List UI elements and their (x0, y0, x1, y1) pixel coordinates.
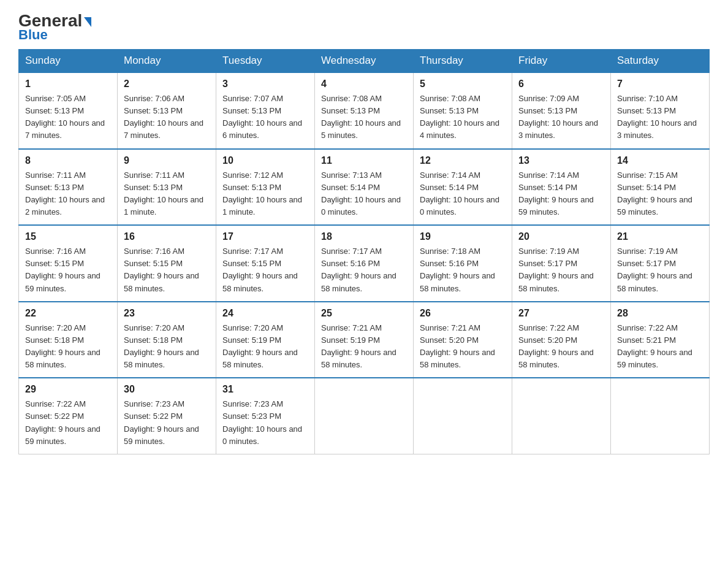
day-info: Sunrise: 7:16 AMSunset: 5:15 PMDaylight:… (25, 245, 111, 295)
day-info: Sunrise: 7:13 AMSunset: 5:14 PMDaylight:… (321, 169, 407, 219)
day-info: Sunrise: 7:06 AMSunset: 5:13 PMDaylight:… (124, 93, 210, 142)
calendar-cell: 9 Sunrise: 7:11 AMSunset: 5:13 PMDayligh… (118, 149, 216, 226)
day-number: 24 (222, 306, 308, 321)
logo: General Blue (18, 12, 91, 43)
calendar-cell: 11 Sunrise: 7:13 AMSunset: 5:14 PMDaylig… (315, 149, 414, 226)
day-info: Sunrise: 7:21 AMSunset: 5:19 PMDaylight:… (321, 322, 407, 372)
day-info: Sunrise: 7:15 AMSunset: 5:14 PMDaylight:… (617, 169, 703, 219)
calendar-cell: 10 Sunrise: 7:12 AMSunset: 5:13 PMDaylig… (216, 149, 315, 226)
day-info: Sunrise: 7:08 AMSunset: 5:13 PMDaylight:… (420, 93, 506, 142)
calendar-cell (414, 378, 512, 454)
day-number: 4 (321, 77, 407, 91)
day-number: 31 (222, 382, 308, 397)
calendar-cell: 22 Sunrise: 7:20 AMSunset: 5:18 PMDaylig… (19, 302, 118, 378)
day-number: 20 (518, 229, 604, 244)
calendar-cell: 12 Sunrise: 7:14 AMSunset: 5:14 PMDaylig… (414, 149, 512, 226)
day-number: 19 (420, 229, 506, 244)
day-info: Sunrise: 7:20 AMSunset: 5:18 PMDaylight:… (124, 322, 210, 372)
day-info: Sunrise: 7:11 AMSunset: 5:13 PMDaylight:… (124, 169, 210, 219)
col-header-tuesday: Tuesday (216, 50, 315, 73)
day-info: Sunrise: 7:10 AMSunset: 5:13 PMDaylight:… (617, 93, 703, 142)
calendar-cell: 23 Sunrise: 7:20 AMSunset: 5:18 PMDaylig… (118, 302, 216, 378)
col-header-wednesday: Wednesday (315, 50, 414, 73)
calendar-week-1: 1 Sunrise: 7:05 AMSunset: 5:13 PMDayligh… (19, 72, 710, 149)
calendar-cell: 30 Sunrise: 7:23 AMSunset: 5:22 PMDaylig… (118, 378, 216, 454)
day-number: 5 (420, 77, 506, 91)
day-info: Sunrise: 7:16 AMSunset: 5:15 PMDaylight:… (124, 245, 210, 295)
calendar-cell: 18 Sunrise: 7:17 AMSunset: 5:16 PMDaylig… (315, 225, 414, 302)
day-info: Sunrise: 7:11 AMSunset: 5:13 PMDaylight:… (25, 169, 111, 219)
day-info: Sunrise: 7:07 AMSunset: 5:13 PMDaylight:… (222, 93, 308, 142)
day-number: 15 (25, 229, 111, 244)
day-info: Sunrise: 7:22 AMSunset: 5:21 PMDaylight:… (617, 322, 703, 372)
calendar-cell: 29 Sunrise: 7:22 AMSunset: 5:22 PMDaylig… (19, 378, 118, 454)
day-number: 26 (420, 306, 506, 321)
calendar-cell: 31 Sunrise: 7:23 AMSunset: 5:23 PMDaylig… (216, 378, 315, 454)
logo-blue-text: Blue (18, 27, 48, 43)
page-header: General Blue (18, 12, 710, 43)
calendar-cell: 2 Sunrise: 7:06 AMSunset: 5:13 PMDayligh… (118, 72, 216, 149)
calendar-cell (611, 378, 710, 454)
day-info: Sunrise: 7:20 AMSunset: 5:18 PMDaylight:… (25, 322, 111, 372)
calendar-week-4: 22 Sunrise: 7:20 AMSunset: 5:18 PMDaylig… (19, 302, 710, 378)
calendar-cell: 28 Sunrise: 7:22 AMSunset: 5:21 PMDaylig… (611, 302, 710, 378)
day-number: 29 (25, 382, 111, 397)
day-info: Sunrise: 7:22 AMSunset: 5:20 PMDaylight:… (518, 322, 604, 372)
col-header-friday: Friday (512, 50, 611, 73)
calendar-cell: 19 Sunrise: 7:18 AMSunset: 5:16 PMDaylig… (414, 225, 512, 302)
day-info: Sunrise: 7:20 AMSunset: 5:19 PMDaylight:… (222, 322, 308, 372)
calendar-cell: 8 Sunrise: 7:11 AMSunset: 5:13 PMDayligh… (19, 149, 118, 226)
day-number: 21 (617, 229, 703, 244)
day-number: 8 (25, 153, 111, 168)
day-info: Sunrise: 7:19 AMSunset: 5:17 PMDaylight:… (518, 245, 604, 295)
calendar-cell: 3 Sunrise: 7:07 AMSunset: 5:13 PMDayligh… (216, 72, 315, 149)
calendar-cell: 13 Sunrise: 7:14 AMSunset: 5:14 PMDaylig… (512, 149, 611, 226)
col-header-monday: Monday (118, 50, 216, 73)
day-info: Sunrise: 7:18 AMSunset: 5:16 PMDaylight:… (420, 245, 506, 295)
calendar-cell: 4 Sunrise: 7:08 AMSunset: 5:13 PMDayligh… (315, 72, 414, 149)
day-number: 23 (124, 306, 210, 321)
day-number: 6 (518, 77, 604, 91)
calendar-cell: 16 Sunrise: 7:16 AMSunset: 5:15 PMDaylig… (118, 225, 216, 302)
day-number: 12 (420, 153, 506, 168)
day-info: Sunrise: 7:17 AMSunset: 5:15 PMDaylight:… (222, 245, 308, 295)
day-number: 17 (222, 229, 308, 244)
day-number: 14 (617, 153, 703, 168)
day-info: Sunrise: 7:08 AMSunset: 5:13 PMDaylight:… (321, 93, 407, 142)
calendar-week-3: 15 Sunrise: 7:16 AMSunset: 5:15 PMDaylig… (19, 225, 710, 302)
day-number: 18 (321, 229, 407, 244)
day-info: Sunrise: 7:14 AMSunset: 5:14 PMDaylight:… (420, 169, 506, 219)
day-number: 7 (617, 77, 703, 91)
day-number: 10 (222, 153, 308, 168)
calendar-cell: 14 Sunrise: 7:15 AMSunset: 5:14 PMDaylig… (611, 149, 710, 226)
day-info: Sunrise: 7:19 AMSunset: 5:17 PMDaylight:… (617, 245, 703, 295)
day-info: Sunrise: 7:12 AMSunset: 5:13 PMDaylight:… (222, 169, 308, 219)
calendar-cell: 20 Sunrise: 7:19 AMSunset: 5:17 PMDaylig… (512, 225, 611, 302)
calendar-week-2: 8 Sunrise: 7:11 AMSunset: 5:13 PMDayligh… (19, 149, 710, 226)
calendar-cell: 6 Sunrise: 7:09 AMSunset: 5:13 PMDayligh… (512, 72, 611, 149)
calendar-table: SundayMondayTuesdayWednesdayThursdayFrid… (18, 49, 710, 454)
calendar-cell: 7 Sunrise: 7:10 AMSunset: 5:13 PMDayligh… (611, 72, 710, 149)
day-number: 28 (617, 306, 703, 321)
calendar-cell: 27 Sunrise: 7:22 AMSunset: 5:20 PMDaylig… (512, 302, 611, 378)
day-number: 1 (25, 77, 111, 91)
day-number: 30 (124, 382, 210, 397)
calendar-cell: 17 Sunrise: 7:17 AMSunset: 5:15 PMDaylig… (216, 225, 315, 302)
day-number: 25 (321, 306, 407, 321)
calendar-week-5: 29 Sunrise: 7:22 AMSunset: 5:22 PMDaylig… (19, 378, 710, 454)
col-header-saturday: Saturday (611, 50, 710, 73)
day-info: Sunrise: 7:23 AMSunset: 5:23 PMDaylight:… (222, 398, 308, 448)
day-info: Sunrise: 7:23 AMSunset: 5:22 PMDaylight:… (124, 398, 210, 448)
calendar-cell: 15 Sunrise: 7:16 AMSunset: 5:15 PMDaylig… (19, 225, 118, 302)
calendar-cell: 26 Sunrise: 7:21 AMSunset: 5:20 PMDaylig… (414, 302, 512, 378)
calendar-cell: 21 Sunrise: 7:19 AMSunset: 5:17 PMDaylig… (611, 225, 710, 302)
day-info: Sunrise: 7:17 AMSunset: 5:16 PMDaylight:… (321, 245, 407, 295)
day-number: 22 (25, 306, 111, 321)
col-header-sunday: Sunday (19, 50, 118, 73)
day-info: Sunrise: 7:21 AMSunset: 5:20 PMDaylight:… (420, 322, 506, 372)
calendar-cell: 5 Sunrise: 7:08 AMSunset: 5:13 PMDayligh… (414, 72, 512, 149)
calendar-cell: 1 Sunrise: 7:05 AMSunset: 5:13 PMDayligh… (19, 72, 118, 149)
calendar-cell (512, 378, 611, 454)
day-info: Sunrise: 7:09 AMSunset: 5:13 PMDaylight:… (518, 93, 604, 142)
calendar-cell (315, 378, 414, 454)
